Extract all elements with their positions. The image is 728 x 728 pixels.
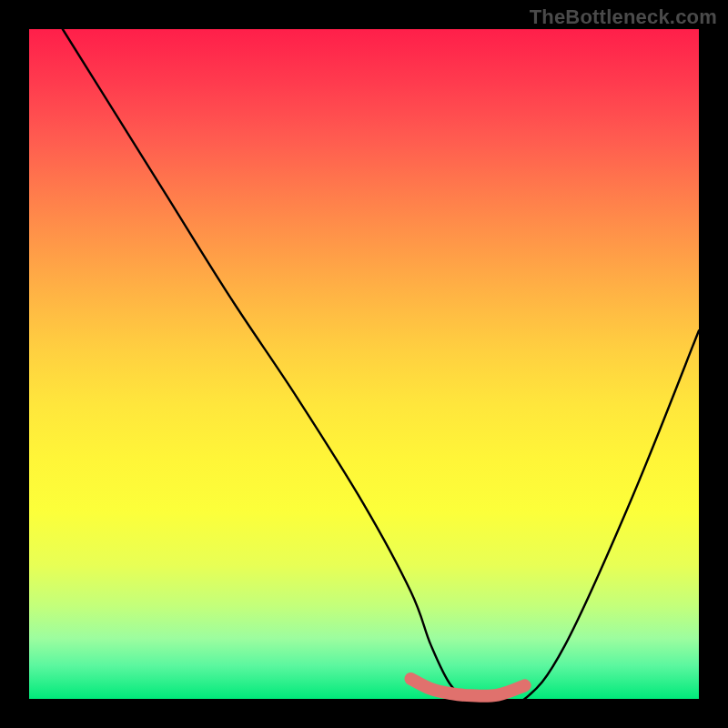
attribution-text: TheBottleneck.com [530,5,717,29]
plot-svg [29,29,699,699]
bottleneck-curve [63,29,699,703]
optimal-zone-marker [411,679,525,696]
